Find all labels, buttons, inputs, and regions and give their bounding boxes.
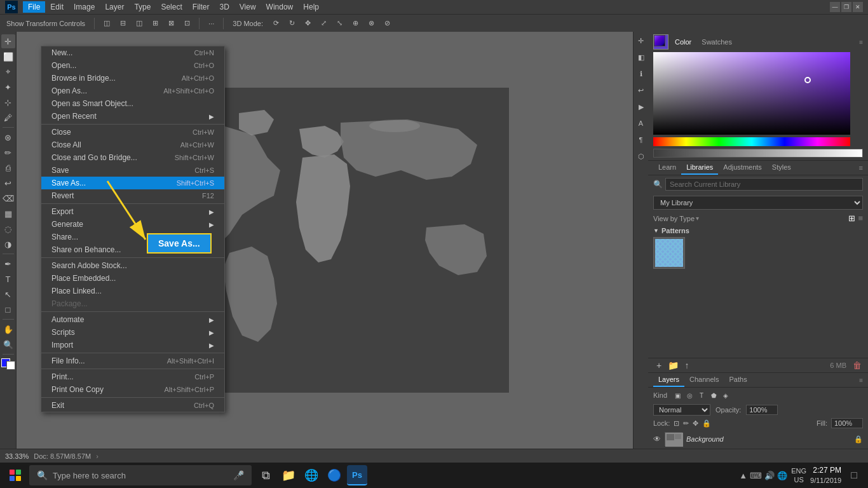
- type-tool[interactable]: T: [1, 272, 15, 286]
- toolbar-more[interactable]: ···: [205, 18, 218, 29]
- menu-search-stock[interactable]: Search Adobe Stock...: [41, 259, 224, 272]
- menu-open-recent[interactable]: Open Recent ▶: [41, 110, 224, 123]
- restore-button[interactable]: ❐: [841, 2, 851, 12]
- 3d-extra3[interactable]: ⊘: [381, 18, 394, 29]
- shape-tool[interactable]: □: [1, 302, 15, 316]
- blur-tool[interactable]: ◌: [1, 222, 15, 236]
- kind-type-icon[interactable]: T: [696, 390, 707, 400]
- lib-upload-button[interactable]: ↑: [681, 360, 693, 371]
- menu-scripts[interactable]: Scripts ▶: [41, 326, 224, 339]
- locale-display[interactable]: ENG US: [791, 466, 806, 485]
- toolbar-align-left[interactable]: ◫: [100, 18, 114, 29]
- tab-color[interactable]: Color: [671, 37, 695, 47]
- menu-generate[interactable]: Generate ▶: [41, 218, 224, 231]
- tab-styles[interactable]: Styles: [767, 161, 796, 175]
- kind-smart-icon[interactable]: ◈: [721, 390, 731, 400]
- toolbar-align-bottom[interactable]: ⊡: [180, 18, 194, 29]
- kind-pixel-icon[interactable]: ▣: [672, 390, 682, 400]
- tab-adjustments[interactable]: Adjustments: [718, 161, 767, 175]
- panel-icon-type[interactable]: A: [635, 117, 648, 130]
- lock-transparent-icon[interactable]: ⊡: [674, 419, 679, 428]
- menu-close[interactable]: Close Ctrl+W: [41, 126, 224, 139]
- menu-select[interactable]: Select: [156, 1, 187, 13]
- menu-open-smart[interactable]: Open as Smart Object...: [41, 97, 224, 110]
- panel-icon-history[interactable]: ↩: [635, 84, 648, 97]
- menu-file-info[interactable]: File Info... Alt+Shift+Ctrl+I: [41, 355, 224, 367]
- stamp-tool[interactable]: ⎙: [1, 161, 15, 175]
- color-swatch[interactable]: [653, 34, 668, 50]
- taskbar-file-explorer[interactable]: 📁: [278, 465, 299, 485]
- lib-trash-button[interactable]: 🗑: [851, 360, 863, 371]
- color-gradient-picker[interactable]: [653, 52, 850, 135]
- tab-channels[interactable]: Channels: [684, 373, 724, 387]
- section-triangle-icon[interactable]: ▼: [653, 227, 659, 234]
- move-tool[interactable]: ✛: [1, 34, 15, 48]
- menu-automate[interactable]: Automate ▶: [41, 313, 224, 326]
- crop-tool[interactable]: ⊹: [1, 95, 15, 109]
- 3d-scale[interactable]: ⤡: [333, 18, 346, 29]
- menu-export[interactable]: Export ▶: [41, 205, 224, 218]
- tray-keyboard[interactable]: ⌨: [750, 471, 762, 480]
- brush-tool[interactable]: ✏: [1, 146, 15, 159]
- eyedropper-tool[interactable]: 🖉: [1, 111, 15, 125]
- toolbar-align-right[interactable]: ◫: [132, 18, 146, 29]
- tab-layers[interactable]: Layers: [653, 373, 684, 387]
- menu-revert[interactable]: Revert F12: [41, 189, 224, 202]
- gradient-tool[interactable]: ▦: [1, 207, 15, 220]
- menu-image[interactable]: Image: [69, 1, 100, 13]
- hue-slider[interactable]: [653, 137, 850, 146]
- 3d-roll[interactable]: ↻: [285, 18, 299, 29]
- taskbar-edge[interactable]: 🌐: [301, 465, 322, 485]
- menu-edit[interactable]: Edit: [45, 1, 69, 13]
- panel-icon-info[interactable]: ℹ: [635, 67, 648, 80]
- 3d-pan[interactable]: ✥: [301, 18, 315, 29]
- menu-close-go-bridge[interactable]: Close and Go to Bridge... Shift+Ctrl+W: [41, 151, 224, 164]
- 3d-slide[interactable]: ⤢: [317, 18, 330, 29]
- blend-mode-select[interactable]: Normal: [653, 404, 710, 416]
- tray-network[interactable]: 🌐: [777, 471, 787, 480]
- menu-file[interactable]: File: [23, 1, 45, 13]
- tab-swatches[interactable]: Swatches: [698, 37, 736, 47]
- layers-panel-options[interactable]: ≡: [859, 377, 863, 384]
- add-lib-item-button[interactable]: +: [653, 360, 665, 371]
- panel-icon-actions[interactable]: ▶: [635, 100, 648, 113]
- fill-input[interactable]: [831, 418, 863, 428]
- lock-image-icon[interactable]: ✏: [683, 419, 689, 428]
- taskbar-task-view[interactable]: ⧉: [255, 465, 276, 485]
- microphone-icon[interactable]: 🎤: [233, 470, 244, 480]
- toolbar-align-center[interactable]: ⊟: [116, 18, 130, 29]
- quick-select-tool[interactable]: ✦: [1, 80, 15, 94]
- color-panel-options[interactable]: ≡: [859, 39, 863, 46]
- 3d-extra1[interactable]: ⊕: [349, 18, 362, 29]
- status-arrow[interactable]: ›: [96, 452, 98, 460]
- menu-layer[interactable]: Layer: [100, 1, 129, 13]
- opacity-slider[interactable]: [653, 149, 863, 158]
- panel-icon-move[interactable]: ✛: [635, 34, 648, 47]
- view-type-chevron[interactable]: ▾: [696, 215, 699, 222]
- taskbar-chrome[interactable]: 🔵: [324, 465, 344, 485]
- pen-tool[interactable]: ✒: [1, 257, 15, 271]
- layer-visibility-toggle[interactable]: 👁: [653, 435, 661, 444]
- panel-icon-char[interactable]: ¶: [635, 133, 648, 146]
- close-button[interactable]: ✕: [853, 2, 863, 12]
- menu-filter[interactable]: Filter: [187, 1, 215, 13]
- tab-learn[interactable]: Learn: [653, 161, 681, 175]
- list-view-icon[interactable]: ≡: [858, 214, 863, 223]
- tray-chevron[interactable]: ▲: [739, 471, 747, 480]
- background-color[interactable]: [6, 361, 15, 370]
- tab-paths[interactable]: Paths: [724, 373, 752, 387]
- toolbar-align-middle[interactable]: ⊠: [165, 18, 178, 29]
- panel-icon-props[interactable]: ◧: [635, 51, 648, 64]
- dodge-tool[interactable]: ◑: [1, 237, 15, 251]
- history-brush-tool[interactable]: ↩: [1, 176, 15, 190]
- kind-shape-icon[interactable]: ⬟: [709, 390, 719, 400]
- lib-search-input[interactable]: [665, 178, 863, 191]
- zoom-tool[interactable]: 🔍: [1, 337, 15, 351]
- menu-open[interactable]: Open... Ctrl+O: [41, 59, 224, 72]
- lock-position-icon[interactable]: 🔒: [702, 419, 711, 428]
- menu-window[interactable]: Window: [261, 1, 299, 13]
- tray-volume[interactable]: 🔊: [764, 471, 775, 480]
- 3d-extra2[interactable]: ⊗: [365, 18, 378, 29]
- save-as-tooltip[interactable]: Save As...: [147, 233, 212, 254]
- eraser-tool[interactable]: ⌫: [1, 191, 15, 205]
